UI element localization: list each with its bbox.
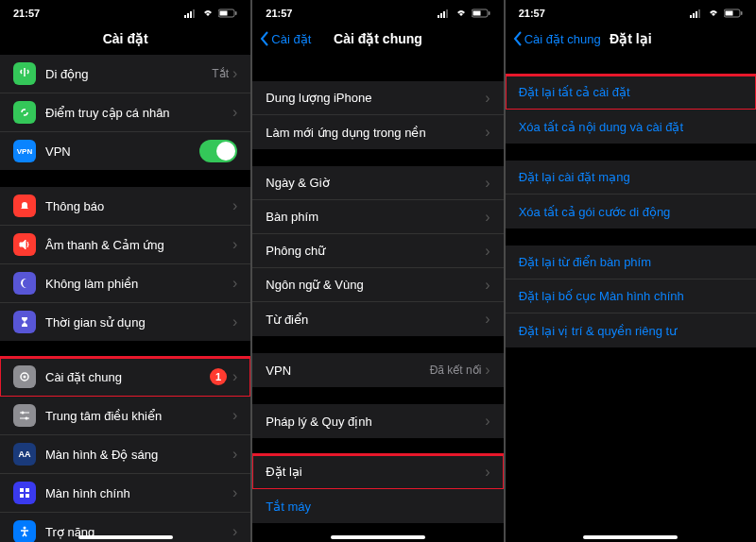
status-bar: 21:57 — [506, 4, 756, 23]
status-bar: 21:57 — [0, 4, 250, 23]
svg-rect-38 — [698, 9, 700, 18]
signal-icon — [690, 8, 703, 18]
wifi-icon — [707, 8, 720, 18]
chevron-right-icon: › — [485, 362, 490, 379]
svg-rect-13 — [20, 488, 24, 492]
accessibility-icon — [13, 520, 36, 542]
row-reset-all-settings[interactable]: Đặt lại tất cả cài đặt — [506, 76, 756, 110]
chevron-right-icon: › — [232, 197, 237, 214]
antenna-icon — [13, 62, 36, 85]
chevron-right-icon: › — [232, 104, 237, 121]
battery-icon — [218, 8, 237, 18]
row-shutdown[interactable]: Tắt máy — [252, 489, 503, 523]
moon-icon — [13, 272, 36, 295]
row-control-center[interactable]: Trung tâm điều khiển› — [0, 397, 250, 435]
screen-reset: 21:57 Cài đặt chung Đặt lại Đặt lại tất … — [506, 0, 756, 542]
row-sounds[interactable]: Âm thanh & Cảm ứng› — [0, 226, 250, 264]
row-notifications[interactable]: Thông báo› — [0, 187, 250, 226]
link-icon — [13, 101, 36, 124]
svg-rect-15 — [20, 494, 24, 498]
row-reset[interactable]: Đặt lại› — [252, 455, 503, 489]
row-dictionary[interactable]: Từ điển› — [252, 302, 503, 336]
vpn-toggle[interactable] — [199, 140, 237, 162]
status-time: 21:57 — [266, 8, 292, 19]
chevron-right-icon: › — [485, 311, 490, 328]
svg-rect-36 — [693, 13, 695, 18]
row-vpn[interactable]: VPNVPN — [0, 132, 250, 170]
hourglass-icon — [13, 311, 36, 333]
row-reset-homescreen-layout[interactable]: Đặt lại bố cục Màn hình chính — [506, 279, 756, 313]
grid-icon — [13, 482, 36, 504]
svg-rect-31 — [446, 9, 448, 18]
chevron-right-icon: › — [232, 407, 237, 424]
svg-rect-37 — [696, 11, 697, 18]
back-button[interactable]: Cài đặt chung — [513, 31, 601, 46]
row-background-refresh[interactable]: Làm mới ứng dụng trong nền› — [252, 115, 503, 149]
row-fonts[interactable]: Phông chữ› — [252, 234, 503, 268]
settings-content[interactable]: Di độngTắt› Điểm truy cập cá nhân› VPNVP… — [0, 55, 250, 542]
status-time: 21:57 — [519, 8, 545, 19]
signal-icon — [438, 8, 451, 18]
battery-icon — [472, 8, 490, 18]
wifi-icon — [201, 8, 215, 18]
status-icons — [438, 8, 490, 18]
back-button[interactable]: Cài đặt — [260, 31, 311, 46]
svg-rect-0 — [184, 15, 186, 18]
chevron-right-icon: › — [232, 523, 237, 540]
svg-rect-40 — [725, 11, 732, 16]
row-datetime[interactable]: Ngày & Giờ› — [252, 166, 503, 200]
row-hotspot[interactable]: Điểm truy cập cá nhân› — [0, 93, 250, 132]
row-reset-cellular[interactable]: Xóa tất cả gói cước di động — [506, 195, 756, 229]
svg-rect-29 — [440, 13, 442, 18]
row-cellular[interactable]: Di độngTắt› — [0, 55, 250, 93]
svg-point-17 — [24, 527, 26, 530]
bell-icon — [13, 195, 36, 217]
row-general[interactable]: Cài đặt chung1› — [0, 358, 250, 397]
nav-header: Cài đặt — [0, 23, 250, 55]
row-language[interactable]: Ngôn ngữ & Vùng› — [252, 268, 503, 302]
display-icon: AA — [13, 443, 36, 466]
vpn-icon: VPN — [13, 140, 36, 162]
wifi-icon — [455, 8, 468, 18]
svg-rect-2 — [190, 11, 192, 18]
row-reset-network[interactable]: Đặt lại cài đặt mạng — [506, 161, 756, 195]
chevron-right-icon: › — [485, 90, 490, 107]
row-dnd[interactable]: Không làm phiền› — [0, 264, 250, 303]
row-keyboard[interactable]: Bàn phím› — [252, 200, 503, 234]
chevron-right-icon: › — [232, 368, 237, 385]
row-homescreen[interactable]: Màn hình chính› — [0, 474, 250, 513]
status-time: 21:57 — [13, 8, 40, 19]
screen-general: 21:57 Cài đặt Cài đặt chung Dung lượng i… — [252, 0, 503, 542]
gear-icon — [13, 365, 36, 388]
row-screentime[interactable]: Thời gian sử dụng› — [0, 303, 250, 341]
chevron-right-icon: › — [485, 175, 490, 192]
chevron-right-icon: › — [485, 413, 490, 430]
row-reset-keyboard-dict[interactable]: Đặt lại từ điển bàn phím — [506, 246, 756, 279]
svg-rect-30 — [443, 11, 445, 18]
general-content[interactable]: Dung lượng iPhone› Làm mới ứng dụng tron… — [252, 55, 503, 542]
row-display[interactable]: AAMàn hình & Độ sáng› — [0, 435, 250, 474]
chevron-right-icon: › — [232, 446, 237, 463]
chevron-right-icon: › — [232, 65, 237, 82]
home-indicator[interactable] — [583, 535, 678, 539]
row-reset-location-privacy[interactable]: Đặt lại vị trí & quyền riêng tư — [506, 313, 756, 347]
row-vpn-settings[interactable]: VPNĐã kết nối› — [252, 353, 503, 387]
row-erase-all[interactable]: Xóa tất cả nội dung và cài đặt — [506, 110, 756, 144]
chevron-right-icon: › — [485, 464, 490, 481]
svg-point-8 — [24, 376, 26, 379]
switches-icon — [13, 404, 36, 427]
home-indicator[interactable] — [331, 535, 425, 539]
status-icons — [184, 8, 237, 18]
home-indicator[interactable] — [78, 535, 173, 539]
row-storage[interactable]: Dung lượng iPhone› — [252, 81, 503, 115]
chevron-right-icon: › — [485, 243, 490, 260]
nav-header: Cài đặt Cài đặt chung — [252, 23, 503, 55]
status-icons — [690, 8, 743, 18]
nav-title: Cài đặt — [0, 31, 250, 46]
reset-content[interactable]: Đặt lại tất cả cài đặt Xóa tất cả nội du… — [506, 55, 756, 542]
svg-rect-34 — [489, 11, 490, 15]
status-bar: 21:57 — [252, 4, 503, 23]
chevron-right-icon: › — [485, 124, 490, 141]
row-legal[interactable]: Pháp lý & Quy định› — [252, 404, 503, 438]
chevron-left-icon — [513, 31, 523, 46]
